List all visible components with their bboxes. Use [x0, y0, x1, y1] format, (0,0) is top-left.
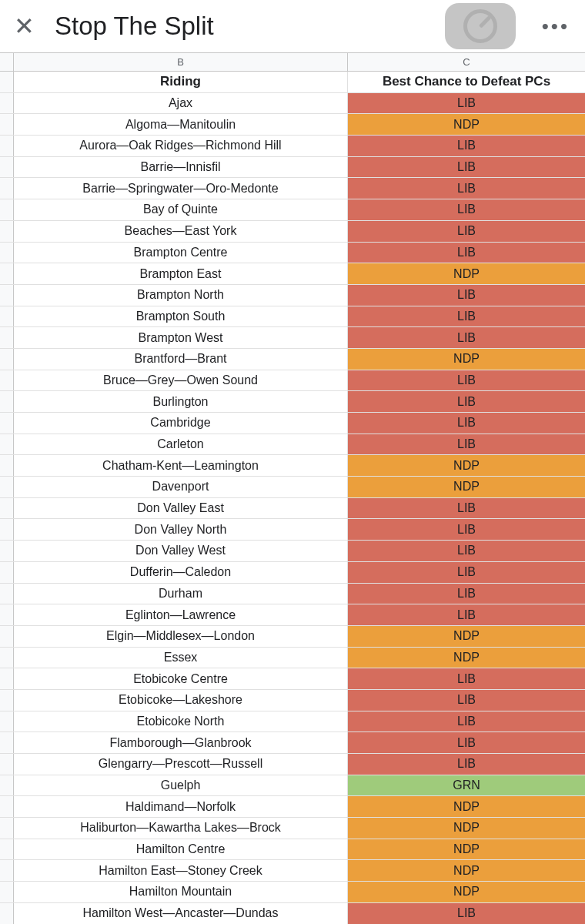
riding-cell[interactable]: Bruce—Grey—Owen Sound [14, 370, 348, 391]
party-cell[interactable]: LIB [348, 668, 585, 689]
riding-cell[interactable]: Flamborough—Glanbrook [14, 732, 348, 753]
party-cell[interactable]: NDP [348, 455, 585, 476]
party-cell[interactable]: LIB [348, 413, 585, 434]
row-gutter[interactable] [0, 732, 14, 753]
row-gutter[interactable] [0, 243, 14, 263]
riding-cell[interactable]: Elgin—Middlesex—London [14, 626, 348, 647]
row-gutter[interactable] [0, 668, 14, 689]
column-letter-b[interactable]: B [14, 53, 348, 71]
party-header-cell[interactable]: Best Chance to Defeat PCs [348, 72, 585, 92]
row-gutter[interactable] [0, 775, 14, 796]
row-gutter[interactable] [0, 72, 14, 92]
row-gutter[interactable] [0, 519, 14, 540]
party-cell[interactable]: LIB [348, 327, 585, 348]
party-cell[interactable]: NDP [348, 114, 585, 135]
party-cell[interactable]: LIB [348, 285, 585, 306]
party-cell[interactable]: LIB [348, 562, 585, 583]
party-cell[interactable]: LIB [348, 690, 585, 711]
riding-cell[interactable]: Cambridge [14, 413, 348, 434]
row-gutter[interactable] [0, 349, 14, 370]
row-gutter[interactable] [0, 818, 14, 839]
row-gutter[interactable] [0, 93, 14, 114]
riding-cell[interactable]: Glengarry—Prescott—Russell [14, 754, 348, 775]
party-cell[interactable]: LIB [348, 221, 585, 242]
party-cell[interactable]: LIB [348, 754, 585, 775]
riding-cell[interactable]: Haliburton—Kawartha Lakes—Brock [14, 818, 348, 839]
party-cell[interactable]: NDP [348, 796, 585, 817]
row-gutter[interactable] [0, 391, 14, 412]
riding-cell[interactable]: Brampton Centre [14, 243, 348, 263]
row-gutter[interactable] [0, 604, 14, 625]
row-gutter[interactable] [0, 711, 14, 732]
party-cell[interactable]: NDP [348, 818, 585, 839]
row-gutter[interactable] [0, 477, 14, 497]
row-gutter[interactable] [0, 690, 14, 711]
party-cell[interactable]: LIB [348, 370, 585, 391]
riding-cell[interactable]: Bay of Quinte [14, 199, 348, 220]
party-cell[interactable]: LIB [348, 243, 585, 263]
riding-cell[interactable]: Etobicoke North [14, 711, 348, 732]
riding-cell[interactable]: Carleton [14, 434, 348, 455]
riding-cell[interactable]: Brampton West [14, 327, 348, 348]
riding-cell[interactable]: Durham [14, 584, 348, 604]
row-gutter[interactable] [0, 584, 14, 604]
spreadsheet[interactable]: B C Riding Best Chance to Defeat PCs Aja… [0, 52, 585, 924]
row-gutter[interactable] [0, 903, 14, 924]
party-cell[interactable]: LIB [348, 604, 585, 625]
party-cell[interactable]: NDP [348, 263, 585, 284]
riding-cell[interactable]: Hamilton West—Ancaster—Dundas [14, 903, 348, 924]
riding-cell[interactable]: Eglinton—Lawrence [14, 604, 348, 625]
riding-cell[interactable]: Etobicoke—Lakeshore [14, 690, 348, 711]
row-gutter[interactable] [0, 327, 14, 348]
party-cell[interactable]: LIB [348, 391, 585, 412]
row-gutter[interactable] [0, 882, 14, 902]
row-gutter[interactable] [0, 157, 14, 178]
party-cell[interactable]: LIB [348, 903, 585, 924]
party-cell[interactable]: LIB [348, 498, 585, 519]
party-cell[interactable]: NDP [348, 648, 585, 668]
riding-cell[interactable]: Burlington [14, 391, 348, 412]
row-gutter[interactable] [0, 796, 14, 817]
close-icon[interactable]: ✕ [8, 11, 41, 42]
row-gutter[interactable] [0, 263, 14, 284]
riding-cell[interactable]: Dufferin—Caledon [14, 562, 348, 583]
riding-cell[interactable]: Hamilton Centre [14, 839, 348, 860]
row-gutter[interactable] [0, 434, 14, 455]
riding-cell[interactable]: Guelph [14, 775, 348, 796]
row-gutter[interactable] [0, 178, 14, 199]
party-cell[interactable]: LIB [348, 306, 585, 327]
row-gutter[interactable] [0, 860, 14, 881]
riding-cell[interactable]: Aurora—Oak Ridges—Richmond Hill [14, 136, 348, 156]
riding-cell[interactable]: Essex [14, 648, 348, 668]
row-gutter[interactable] [0, 455, 14, 476]
party-cell[interactable]: LIB [348, 541, 585, 561]
more-menu-icon[interactable]: ••• [534, 15, 577, 38]
row-gutter[interactable] [0, 498, 14, 519]
riding-cell[interactable]: Beaches—East York [14, 221, 348, 242]
row-gutter[interactable] [0, 754, 14, 775]
party-cell[interactable]: NDP [348, 626, 585, 647]
riding-cell[interactable]: Etobicoke Centre [14, 668, 348, 689]
riding-cell[interactable]: Chatham-Kent—Leamington [14, 455, 348, 476]
party-cell[interactable]: NDP [348, 839, 585, 860]
row-gutter[interactable] [0, 285, 14, 306]
riding-cell[interactable]: Davenport [14, 477, 348, 497]
riding-cell[interactable]: Brampton North [14, 285, 348, 306]
row-gutter[interactable] [0, 306, 14, 327]
party-cell[interactable]: NDP [348, 349, 585, 370]
row-gutter[interactable] [0, 648, 14, 668]
riding-cell[interactable]: Haldimand—Norfolk [14, 796, 348, 817]
riding-cell[interactable]: Hamilton East—Stoney Creek [14, 860, 348, 881]
party-cell[interactable]: LIB [348, 434, 585, 455]
row-gutter[interactable] [0, 199, 14, 220]
row-gutter[interactable] [0, 413, 14, 434]
riding-cell[interactable]: Don Valley West [14, 541, 348, 561]
riding-cell[interactable]: Barrie—Springwater—Oro-Medonte [14, 178, 348, 199]
riding-cell[interactable]: Ajax [14, 93, 348, 114]
party-cell[interactable]: LIB [348, 136, 585, 156]
column-letter-c[interactable]: C [348, 53, 585, 71]
row-gutter[interactable] [0, 562, 14, 583]
app-launcher-icon[interactable] [445, 3, 516, 49]
riding-cell[interactable]: Don Valley North [14, 519, 348, 540]
column-gutter[interactable] [0, 53, 14, 71]
